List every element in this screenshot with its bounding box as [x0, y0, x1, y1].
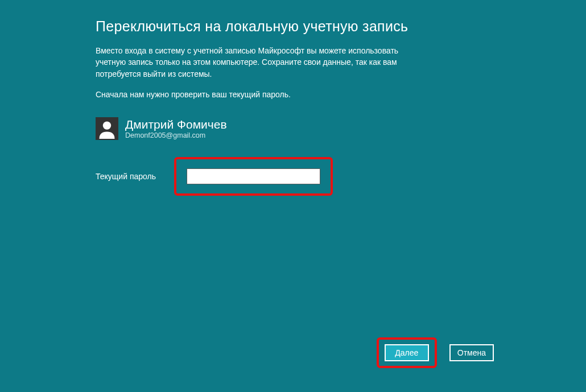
cancel-button[interactable]: Отмена	[449, 344, 494, 361]
person-icon	[97, 118, 117, 139]
next-highlight-box: Далее	[377, 337, 437, 368]
password-label: Текущий пароль	[96, 172, 164, 181]
user-block: Дмитрий Фомичев Demonf2005@gmail.com	[96, 117, 410, 140]
password-row: Текущий пароль	[96, 157, 410, 196]
current-password-input[interactable]	[187, 168, 320, 184]
user-email: Demonf2005@gmail.com	[125, 131, 227, 139]
button-row: Далее Отмена	[377, 337, 494, 368]
user-name: Дмитрий Фомичев	[125, 118, 227, 131]
next-button[interactable]: Далее	[385, 344, 429, 361]
svg-point-0	[103, 122, 111, 130]
avatar	[96, 117, 118, 140]
description-text: Вместо входа в систему с учетной записью…	[96, 45, 410, 80]
instruction-text: Сначала нам нужно проверить ваш текущий …	[96, 89, 410, 100]
password-highlight-box	[174, 157, 333, 196]
page-title: Переключиться на локальную учетную запис…	[96, 18, 410, 35]
